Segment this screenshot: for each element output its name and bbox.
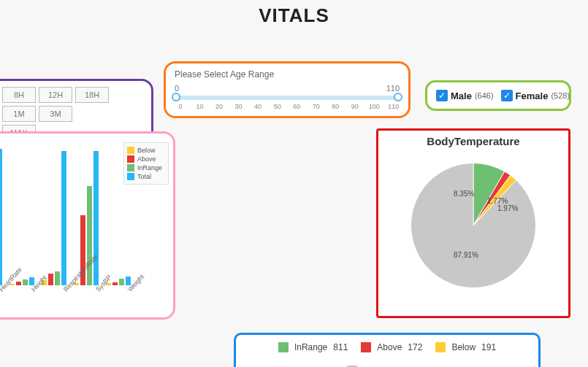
gender-panel: ✓ Male(646) ✓ Female(528) <box>425 80 571 111</box>
swatch-below <box>435 342 446 352</box>
bar-legend: Below Above InRange Total <box>123 142 169 185</box>
age-tick: 0 <box>175 103 186 110</box>
body-temperature-pie-chart: BodyTemperature 8.35% 1.77% 1.97% 87.91% <box>376 128 570 318</box>
swatch-above <box>361 342 371 352</box>
pie-label-inrange: 8.35% <box>454 190 474 198</box>
time-button-18h[interactable]: 18H <box>75 87 109 103</box>
age-tick: 90 <box>349 103 361 110</box>
gender-female-label: Female <box>516 90 549 101</box>
totals-inrange-value: 811 <box>333 342 348 352</box>
gender-female-checkbox[interactable]: ✓ Female(528) <box>501 90 570 101</box>
time-button-12h[interactable]: 12H <box>39 87 72 103</box>
age-tick: 100 <box>368 103 380 110</box>
totals-below: Below 191 <box>435 342 496 352</box>
legend-above: Above <box>137 155 156 163</box>
totals-above-label: Above <box>377 342 402 352</box>
pie-slice-nottaken[interactable] <box>411 163 536 288</box>
page-title: VITALS <box>0 4 588 27</box>
bar-x-axis: BodyTemperatureDiaBPHeartRateHeightRespi… <box>0 285 169 319</box>
age-range-min-display: 0 <box>175 84 179 93</box>
age-tick: 10 <box>194 103 206 110</box>
age-range-label: Please Select Age Range <box>175 69 400 80</box>
totals-below-value: 191 <box>481 342 496 352</box>
time-button-3m[interactable]: 3M <box>39 106 72 122</box>
gender-female-count: (528) <box>551 91 570 100</box>
swatch-inrange <box>127 164 134 171</box>
age-range-slider[interactable] <box>176 96 398 100</box>
totals-inrange: InRange 811 <box>278 342 348 352</box>
age-range-max-display: 110 <box>386 84 400 93</box>
age-slider-thumb-min[interactable] <box>172 93 180 101</box>
age-tick: 60 <box>291 103 302 110</box>
bar-total[interactable] <box>0 149 2 285</box>
time-button-1m[interactable]: 1M <box>2 106 36 122</box>
totals-legend: InRange 811 Above 172 Below 191 NotTaken… <box>234 333 541 367</box>
age-tick: 110 <box>388 103 400 110</box>
gender-male-label: Male <box>451 90 472 101</box>
pie-title: BodyTemperature <box>378 135 568 147</box>
check-icon: ✓ <box>501 90 513 101</box>
legend-inrange: InRange <box>137 164 162 171</box>
age-tick: 30 <box>233 103 245 110</box>
pie-label-below: 1.97% <box>497 204 518 212</box>
swatch-below <box>127 147 134 154</box>
age-tick: 80 <box>329 103 341 110</box>
age-tick: 70 <box>310 103 322 110</box>
age-tick: 20 <box>213 103 225 110</box>
legend-below: Below <box>137 147 156 154</box>
pie-plot-area: 8.35% 1.77% 1.97% 87.91% <box>404 156 543 295</box>
swatch-above <box>127 155 134 163</box>
gender-male-checkbox[interactable]: ✓ Male(646) <box>436 90 494 101</box>
pie-label-nottaken: 87.91% <box>454 251 478 259</box>
vitals-bar-chart: BodyTemperatureDiaBPHeartRateHeightRespi… <box>0 131 175 320</box>
check-icon: ✓ <box>436 90 448 101</box>
totals-above-value: 172 <box>408 342 422 352</box>
bar-total[interactable] <box>61 151 66 285</box>
time-buttons-row1: 4H6H8H12H18H1D7D1M3M <box>0 87 144 122</box>
swatch-total <box>127 173 134 180</box>
legend-total: Total <box>137 173 151 180</box>
age-range-ticks: 0102030405060708090100110 <box>175 103 400 110</box>
gender-male-count: (646) <box>475 91 494 100</box>
totals-inrange-label: InRange <box>294 342 327 352</box>
time-button-8h[interactable]: 8H <box>2 87 36 103</box>
age-tick: 50 <box>272 103 283 110</box>
bar-inrange[interactable] <box>55 271 60 285</box>
totals-above: Above 172 <box>361 342 422 352</box>
swatch-inrange <box>278 342 289 352</box>
age-tick: 40 <box>252 103 264 110</box>
age-slider-thumb-max[interactable] <box>394 93 402 101</box>
age-range-panel: Please Select Age Range 0 110 0102030405… <box>164 61 411 118</box>
totals-below-label: Below <box>451 342 476 352</box>
